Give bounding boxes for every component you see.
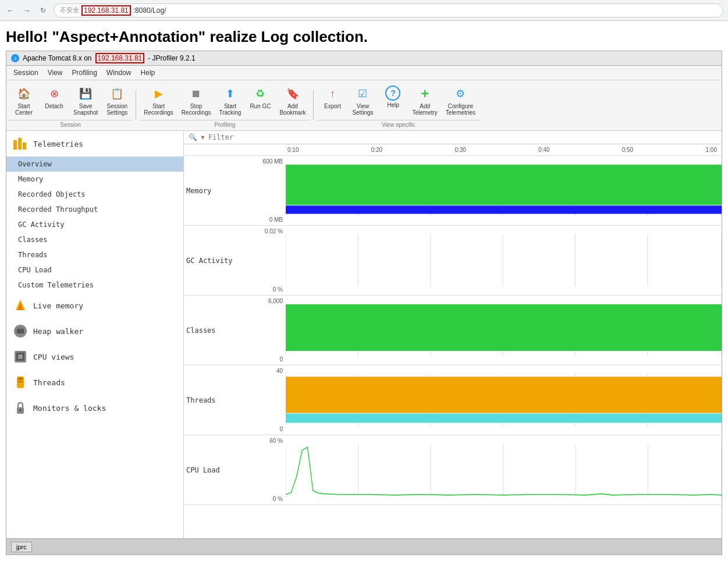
url-ip-highlight: 192.168.31.81	[81, 5, 131, 16]
start-tracking-button[interactable]: ⬆ StartTracking	[215, 83, 245, 119]
start-recordings-button[interactable]: ▶ StartRecordings	[140, 83, 177, 119]
title-ip: 192.168.31.81	[95, 53, 145, 63]
export-button[interactable]: ↑ Export	[317, 83, 347, 119]
url-bar[interactable]: 不安全 192.168.31.81 :8080/Log/	[54, 3, 723, 17]
sidebar-item-memory[interactable]: Memory	[6, 172, 183, 187]
start-center-icon: 🏠	[16, 86, 32, 102]
memory-y-top: 600 MB	[254, 158, 283, 165]
classes-chart-area	[286, 304, 722, 356]
chart-body-threads: 40 0	[254, 365, 722, 435]
sidebar-section-monitors-locks[interactable]: Monitors & locks	[6, 395, 183, 421]
main-layout: Telemetries Overview Memory Recorded Obj…	[6, 131, 722, 538]
time-labels: 0:10 0:20 0:30 0:40 0:50 1:00	[283, 144, 722, 155]
threads-chart-area	[286, 374, 722, 426]
cpu-y-bottom: 0 %	[254, 496, 283, 502]
stop-recordings-button[interactable]: ⏹ StopRecordings	[177, 83, 215, 119]
add-bookmark-icon: 🔖	[285, 86, 301, 102]
view-settings-label: ViewSettings	[352, 103, 373, 116]
heap-walker-icon	[12, 323, 29, 339]
sidebar-item-classes[interactable]: Classes	[6, 232, 183, 247]
toolbar: 🏠 StartCenter ⊗ Detach 💾 SaveSnapshot 📋 …	[6, 80, 722, 131]
sidebar-section-heap-walker[interactable]: Heap walker	[6, 318, 183, 344]
configure-telemetries-label: ConfigureTelemetries	[446, 103, 475, 116]
jprofiler-title-bar: J Apache Tomcat 8.x on 192.168.31.81 - J…	[6, 51, 722, 66]
charts-area: 0:10 0:20 0:30 0:40 0:50 1:00 Memory 600…	[184, 144, 722, 538]
sidebar-item-gc-activity[interactable]: GC Activity	[6, 217, 183, 232]
stop-recordings-icon: ⏹	[188, 86, 204, 102]
svg-rect-10	[18, 354, 23, 359]
telemetries-label: Telemetries	[33, 140, 83, 148]
back-button[interactable]: ←	[5, 5, 16, 16]
browser-chrome: ← → ↻ 不安全 192.168.31.81 :8080/Log/	[0, 0, 728, 21]
filter-search-icon: 🔍	[189, 133, 197, 141]
jprofiler-logo: J	[11, 54, 19, 62]
configure-telemetries-icon: ⚙	[452, 86, 468, 102]
session-section-label: Session	[9, 120, 132, 128]
title-suffix: - JProfiler 9.2.1	[148, 54, 195, 62]
sidebar: Telemetries Overview Memory Recorded Obj…	[6, 131, 184, 538]
taskbar-item-jprc[interactable]: jprc	[11, 542, 32, 552]
save-snapshot-button[interactable]: 💾 SaveSnapshot	[69, 83, 102, 119]
view-specific-section-label: View specific	[317, 120, 480, 128]
menu-view[interactable]: View	[43, 67, 68, 79]
add-bookmark-label: AddBookmark	[279, 103, 306, 116]
sidebar-item-threads[interactable]: Threads	[6, 247, 183, 262]
telemetries-icon	[12, 136, 29, 152]
session-settings-button[interactable]: 📋 SessionSettings	[102, 83, 132, 119]
taskbar-bottom: jprc	[6, 538, 722, 555]
add-telemetry-button[interactable]: + AddTelemetry	[408, 83, 441, 119]
sidebar-item-cpu-load[interactable]: CPU Load	[6, 262, 183, 278]
separator-2	[313, 91, 314, 120]
time-label-1: 0:20	[371, 147, 382, 153]
svg-rect-47	[286, 376, 722, 413]
sidebar-item-recorded-objects[interactable]: Recorded Objects	[6, 187, 183, 202]
help-icon: ?	[385, 86, 400, 101]
menu-profiling[interactable]: Profiling	[68, 67, 102, 79]
session-settings-icon: 📋	[109, 86, 125, 102]
chart-body-cpu-load: 60 % 0 %	[254, 435, 722, 504]
chart-body-memory: 600 MB 0 MB	[254, 156, 722, 225]
svg-rect-12	[18, 378, 23, 380]
start-center-button[interactable]: 🏠 StartCenter	[9, 83, 39, 119]
configure-telemetries-button[interactable]: ⚙ ConfigureTelemetries	[442, 83, 480, 119]
help-button[interactable]: ? Help	[378, 83, 408, 119]
refresh-button[interactable]: ↻	[37, 5, 49, 16]
start-center-label: StartCenter	[15, 103, 33, 116]
run-gc-button[interactable]: ♻ Run GC	[245, 83, 275, 119]
menu-bar: Session View Profiling Window Help	[6, 66, 722, 80]
sidebar-section-telemetries[interactable]: Telemetries	[6, 131, 183, 157]
sidebar-section-live-memory[interactable]: Live memory	[6, 293, 183, 318]
add-bookmark-button[interactable]: 🔖 AddBookmark	[275, 83, 310, 119]
run-gc-label: Run GC	[250, 103, 271, 109]
separator-1	[136, 91, 136, 120]
threads-y-top: 40	[254, 368, 283, 374]
sidebar-section-threads[interactable]: Threads	[6, 369, 183, 395]
gc-grid	[286, 234, 722, 286]
time-label-3: 0:40	[538, 147, 549, 153]
cpu-views-label: CPU views	[33, 353, 74, 361]
chart-label-cpu-load: CPU Load	[184, 435, 254, 504]
svg-rect-48	[286, 414, 722, 423]
threads-y-bottom: 0	[254, 426, 283, 432]
forward-button[interactable]: →	[21, 5, 33, 16]
memory-y-bottom: 0 MB	[254, 216, 283, 223]
chart-body-classes: 6,000 0	[254, 296, 722, 365]
save-snapshot-label: SaveSnapshot	[73, 103, 98, 116]
time-spacer	[184, 144, 283, 155]
chart-row-cpu-load: CPU Load 60 % 0 %	[184, 435, 722, 505]
sidebar-section-cpu-views[interactable]: CPU views	[6, 344, 183, 369]
view-settings-button[interactable]: ☑ ViewSettings	[347, 83, 378, 119]
run-gc-icon: ♻	[252, 86, 268, 102]
menu-help[interactable]: Help	[136, 67, 160, 79]
menu-window[interactable]: Window	[102, 67, 136, 79]
sidebar-item-overview[interactable]: Overview	[6, 157, 183, 172]
sidebar-item-custom-telemetries[interactable]: Custom Telemetries	[6, 278, 183, 293]
detach-button[interactable]: ⊗ Detach	[39, 83, 69, 119]
menu-session[interactable]: Session	[9, 67, 43, 79]
filter-input[interactable]	[208, 133, 717, 141]
monitors-locks-label: Monitors & locks	[33, 404, 106, 413]
sidebar-item-recorded-throughput[interactable]: Recorded Throughput	[6, 202, 183, 217]
chart-row-gc: GC Activity 0.02 % 0 %	[184, 226, 722, 296]
start-tracking-label: StartTracking	[219, 103, 241, 116]
view-settings-icon: ☑	[354, 86, 371, 102]
